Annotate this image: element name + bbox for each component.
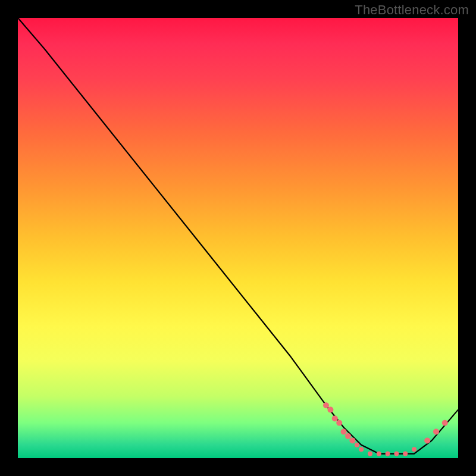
plot-area	[18, 18, 458, 458]
curve-marker	[442, 420, 448, 426]
curve-marker	[424, 437, 430, 443]
curve-marker	[359, 447, 364, 452]
curve-marker	[355, 443, 359, 447]
curve-marker	[327, 407, 333, 413]
watermark-text: TheBottleneck.com	[355, 2, 469, 18]
curve-marker	[345, 433, 351, 439]
curve-marker	[433, 429, 439, 435]
curve-marker	[377, 452, 381, 456]
bottleneck-curve	[18, 18, 458, 454]
curve-marker	[412, 447, 416, 452]
curve-marker	[349, 437, 355, 443]
curve-marker	[341, 429, 347, 435]
curve-marker	[386, 452, 390, 456]
curve-marker	[368, 452, 372, 456]
curve-marker	[332, 415, 338, 421]
curve-marker	[403, 452, 408, 456]
curve-markers	[323, 402, 448, 456]
chart-frame: TheBottleneck.com	[0, 0, 476, 476]
curve-svg	[18, 18, 458, 458]
curve-marker	[394, 452, 399, 456]
curve-marker	[323, 402, 329, 408]
curve-marker	[336, 420, 342, 426]
